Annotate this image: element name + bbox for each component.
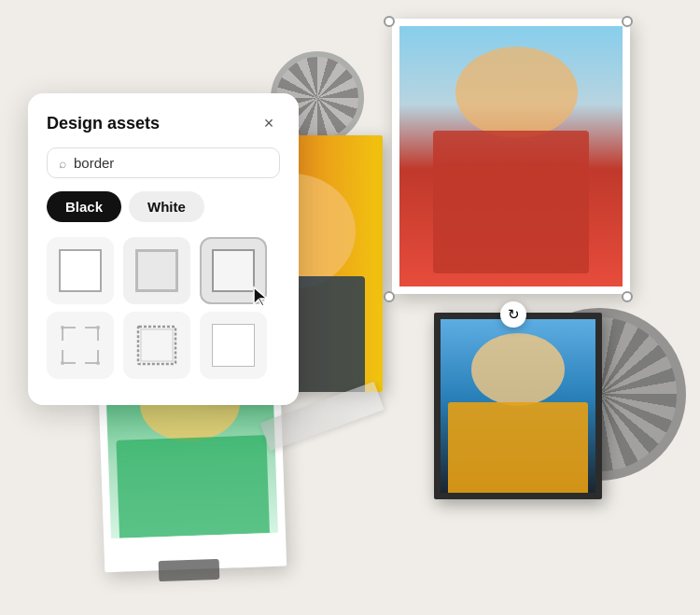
border-style-1[interactable] [47,237,114,304]
face-silhouette [455,47,578,138]
search-bar: ⌕ [47,147,280,178]
border-style-6[interactable] [200,312,267,379]
jacket-3 [116,436,270,538]
panel-header: Design assets × [47,112,280,134]
face-4 [471,333,565,406]
corner-dot-br[interactable] [622,291,633,302]
border-style-3[interactable] [200,237,267,304]
corner-dot-tr[interactable] [622,16,633,27]
svg-point-3 [96,361,100,365]
filter-white-button[interactable]: White [129,191,204,222]
search-icon: ⌕ [59,156,66,171]
svg-point-2 [61,361,64,365]
search-input[interactable] [74,155,268,171]
filter-black-button[interactable]: Black [47,191,121,222]
border-style-5[interactable] [123,312,190,379]
border-grid-row-1 [47,237,280,304]
svg-rect-5 [141,329,173,361]
rotate-icon-symbol: ↻ [508,306,520,323]
photo-red-shirt [392,19,630,294]
jacket-4 [448,402,587,493]
corner-dot-tl[interactable] [384,16,395,27]
panel-title: Design assets [47,114,160,133]
design-assets-panel: Design assets × ⌕ Black White [28,93,299,405]
rotate-icon[interactable]: ↻ [500,301,526,328]
svg-point-0 [61,326,64,329]
border-grid-row-2 [47,312,280,379]
cursor-arrow [252,286,273,310]
border-style-2[interactable] [123,237,190,304]
close-button[interactable]: × [258,112,280,134]
filter-buttons: Black White [47,191,280,222]
svg-rect-4 [138,327,175,364]
shirt-silhouette [433,131,589,273]
svg-point-1 [96,326,100,329]
corner-dot-bl[interactable] [384,291,395,302]
border-style-4[interactable] [47,312,114,379]
photo-yellow-jacket-outer [434,313,602,499]
photo-clip [159,559,220,581]
